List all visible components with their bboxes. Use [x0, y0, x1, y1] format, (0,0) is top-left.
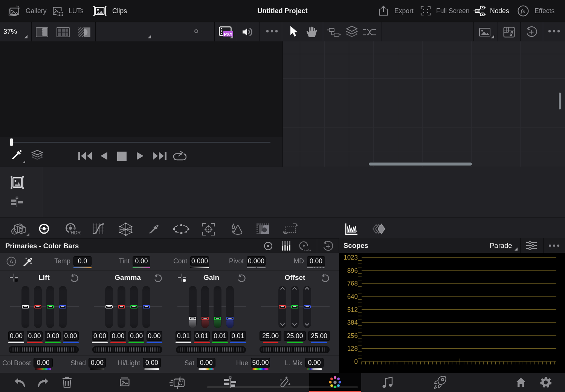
svg-text:A: A — [9, 258, 13, 264]
svg-text:HDR: HDR — [71, 230, 81, 236]
svg-text:128: 128 — [347, 345, 358, 352]
svg-text:896: 896 — [347, 267, 358, 274]
svg-text:1023: 1023 — [344, 254, 358, 261]
svg-text:512: 512 — [347, 306, 358, 313]
svg-text:PXY: PXY — [224, 32, 233, 36]
svg-text:0: 0 — [354, 358, 358, 365]
svg-text:LOG: LOG — [304, 248, 311, 252]
svg-text:384: 384 — [347, 319, 358, 326]
svg-text:fx: fx — [521, 8, 525, 14]
svg-text:256: 256 — [347, 332, 358, 339]
svg-text:640: 640 — [347, 293, 358, 300]
svg-text:768: 768 — [347, 280, 358, 287]
